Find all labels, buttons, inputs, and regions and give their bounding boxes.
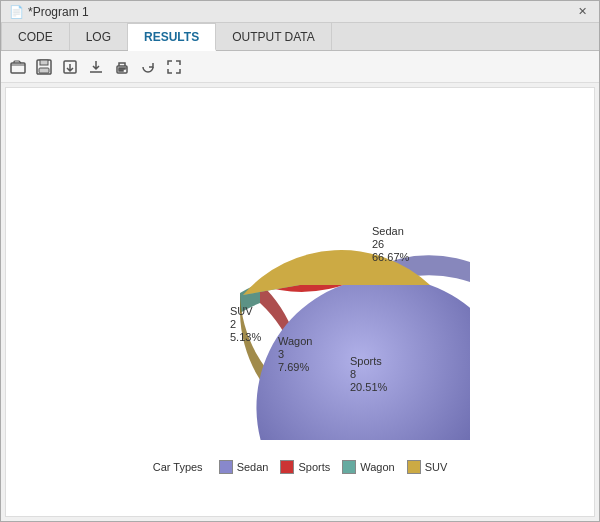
sedan-color-swatch	[219, 460, 233, 474]
tab-results[interactable]: RESULTS	[128, 23, 216, 51]
svg-point-8	[125, 67, 127, 69]
svg-text:26: 26	[372, 238, 384, 250]
svg-rect-2	[40, 60, 48, 65]
wagon-color-swatch	[342, 460, 356, 474]
svg-text:SUV: SUV	[230, 305, 253, 317]
chart-legend: Car Types Sedan Sports Wagon SUV	[153, 460, 448, 474]
download-button[interactable]	[85, 56, 107, 78]
tab-log[interactable]: LOG	[70, 23, 128, 50]
program-icon: 📄	[9, 5, 24, 19]
suv-color-swatch	[407, 460, 421, 474]
legend-sedan: Sedan	[219, 460, 269, 474]
export-button[interactable]	[59, 56, 81, 78]
svg-rect-3	[39, 68, 49, 73]
legend-sports-label: Sports	[298, 461, 330, 473]
legend-sedan-label: Sedan	[237, 461, 269, 473]
svg-text:8: 8	[350, 368, 356, 380]
legend-wagon: Wagon	[342, 460, 394, 474]
svg-text:Sedan: Sedan	[372, 225, 404, 237]
svg-rect-7	[119, 70, 123, 71]
window-title: *Program 1	[28, 5, 89, 19]
svg-text:Sports: Sports	[350, 355, 382, 367]
pie-chart: Sedan 26 66.67% Sports 8 20.51% Wagon 3 …	[130, 130, 470, 450]
open-button[interactable]	[7, 56, 29, 78]
svg-text:5.13%: 5.13%	[230, 331, 261, 343]
save-button[interactable]	[33, 56, 55, 78]
tab-bar: CODE LOG RESULTS OUTPUT DATA	[1, 23, 599, 51]
svg-text:3: 3	[278, 348, 284, 360]
refresh-button[interactable]	[137, 56, 159, 78]
tab-output-data[interactable]: OUTPUT DATA	[216, 23, 332, 50]
expand-button[interactable]	[163, 56, 185, 78]
svg-text:7.69%: 7.69%	[278, 361, 309, 373]
close-button[interactable]: ✕	[574, 5, 591, 18]
legend-suv-label: SUV	[425, 461, 448, 473]
main-window: 📄 *Program 1 ✕ CODE LOG RESULTS OUTPUT D…	[0, 0, 600, 522]
svg-text:20.51%: 20.51%	[350, 381, 388, 393]
title-bar: 📄 *Program 1 ✕	[1, 1, 599, 23]
tab-code[interactable]: CODE	[1, 23, 70, 50]
chart-content: Sedan 26 66.67% Sports 8 20.51% Wagon 3 …	[5, 87, 595, 517]
legend-suv: SUV	[407, 460, 448, 474]
chart-area: Sedan 26 66.67% Sports 8 20.51% Wagon 3 …	[16, 98, 584, 506]
svg-text:Wagon: Wagon	[278, 335, 312, 347]
svg-text:66.67%: 66.67%	[372, 251, 410, 263]
svg-rect-6	[119, 68, 125, 69]
legend-title: Car Types	[153, 461, 203, 473]
legend-sports: Sports	[280, 460, 330, 474]
toolbar	[1, 51, 599, 83]
legend-wagon-label: Wagon	[360, 461, 394, 473]
sports-color-swatch	[280, 460, 294, 474]
title-bar-left: 📄 *Program 1	[9, 5, 89, 19]
print-button[interactable]	[111, 56, 133, 78]
svg-text:2: 2	[230, 318, 236, 330]
